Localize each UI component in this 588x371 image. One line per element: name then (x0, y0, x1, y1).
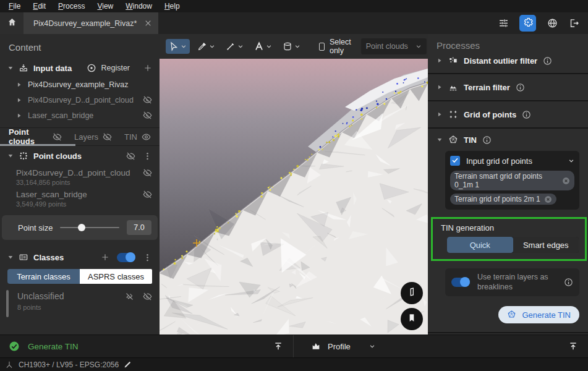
point-cloud-item[interactable]: Laser_scan_bridge 3,549,499 points (0, 187, 160, 209)
select-only-control[interactable]: Select only (319, 38, 354, 55)
visibility-off-icon[interactable] (53, 132, 62, 142)
point-clouds-header-label: Point clouds (33, 151, 82, 161)
expand-triangle-icon[interactable] (437, 58, 443, 64)
collapse-triangle-icon[interactable] (7, 65, 14, 71)
terrain-3d-render[interactable] (160, 59, 428, 335)
visibility-off-icon[interactable] (143, 292, 152, 301)
chevron-down-icon[interactable] (369, 343, 375, 349)
collapse-triangle-icon[interactable] (7, 153, 14, 159)
collapse-triangle-icon[interactable] (7, 254, 14, 260)
tab-layers[interactable]: Layers (74, 132, 112, 142)
chevron-down-icon[interactable] (568, 158, 574, 164)
classes-section-header[interactable]: Classes (0, 247, 160, 267)
view-cube-button[interactable] (401, 282, 423, 304)
remove-chip-icon[interactable] (562, 177, 570, 185)
register-button[interactable]: Register (87, 63, 130, 73)
close-tab-icon[interactable] (144, 19, 152, 27)
expand-triangle-icon[interactable] (16, 97, 22, 103)
chevron-down-icon[interactable] (209, 43, 215, 49)
visibility-off-icon[interactable] (126, 151, 135, 161)
point-cloud-item[interactable]: Pix4Dsurvey_D..d_point_cloud 33,164,856 … (0, 166, 160, 187)
menu-process[interactable]: Process (54, 1, 93, 12)
chevron-down-icon[interactable] (181, 43, 187, 49)
info-icon[interactable] (516, 83, 525, 92)
info-icon[interactable] (564, 278, 573, 287)
add-class-icon[interactable] (101, 253, 109, 262)
grid-chip[interactable]: Terrain grid of points 2m 1 (450, 194, 556, 205)
input-grid-checkbox[interactable] (450, 156, 460, 166)
visibility-off-icon[interactable] (143, 95, 152, 104)
tree-item[interactable]: Pix4Dsurvey_example_Rivaz (0, 77, 160, 92)
tune-settings-icon[interactable] (498, 18, 509, 29)
menu-file[interactable]: File (5, 1, 29, 12)
point-clouds-section-header[interactable]: Point clouds (0, 146, 160, 166)
globe-icon[interactable] (547, 18, 558, 29)
input-data-row[interactable]: Input data Register (0, 59, 160, 77)
visibility-off-icon[interactable] (143, 190, 152, 199)
add-input-data-icon[interactable] (143, 64, 152, 72)
visibility-off-icon[interactable] (103, 132, 112, 142)
processing-options-button[interactable] (519, 15, 536, 32)
tree-item[interactable]: Pix4Dsurvey_D..d_point_cloud (0, 92, 160, 108)
viewport-3d[interactable]: Select only Point clouds (160, 34, 428, 335)
home-button[interactable] (0, 12, 23, 34)
grid-chip[interactable]: Terrain smart grid of points 0_1m 1 (450, 171, 574, 190)
picker-tool[interactable] (194, 39, 218, 54)
remove-chip-icon[interactable] (544, 195, 552, 203)
more-options-icon[interactable] (143, 151, 152, 161)
collapse-triangle-icon[interactable] (437, 137, 443, 143)
edit-crs-icon[interactable] (124, 360, 132, 369)
expand-triangle-icon[interactable] (437, 84, 443, 90)
process-row-terrain-filter[interactable]: Terrain filter (428, 74, 588, 100)
process-row-distant-outlier-filter[interactable]: Distant outlier filter (428, 56, 588, 73)
mode-quick[interactable]: Quick (447, 237, 513, 253)
tab-tin[interactable]: TIN (124, 132, 151, 142)
generate-tin-button[interactable]: Generate TIN (498, 306, 579, 323)
tab-point-clouds[interactable]: Point clouds (9, 127, 62, 146)
menu-window[interactable]: Window (122, 1, 161, 12)
expand-triangle-icon[interactable] (16, 82, 22, 88)
export-icon[interactable] (568, 18, 579, 29)
visibility-off-icon[interactable] (143, 111, 152, 120)
select-only-checkbox[interactable] (319, 43, 325, 51)
bookmark-view-button[interactable] (401, 308, 423, 330)
project-tab[interactable]: Pix4Dsurvey_example_Rivaz* (23, 12, 158, 34)
info-icon[interactable] (543, 56, 552, 66)
expand-triangle-icon[interactable] (16, 113, 22, 119)
tab-layers-label: Layers (74, 132, 98, 142)
menu-view[interactable]: View (93, 1, 122, 12)
menu-edit[interactable]: Edit (29, 1, 54, 12)
selection-target-dropdown[interactable]: Point clouds (361, 38, 427, 54)
class-item-unclassified[interactable]: Unclassified 8 points (0, 284, 160, 311)
visibility-off-icon[interactable] (143, 168, 152, 177)
classes-toggle[interactable] (117, 253, 135, 262)
draw-line-tool[interactable] (223, 39, 247, 54)
breaklines-toggle[interactable] (451, 278, 470, 287)
paint-off-icon[interactable] (125, 292, 134, 301)
collapse-panel-icon[interactable] (273, 341, 283, 351)
tab-asprs-classes[interactable]: ASPRS classes (80, 269, 152, 284)
point-size-slider[interactable] (60, 223, 119, 232)
select-tool[interactable] (166, 39, 190, 54)
profile-bar[interactable]: Profile (294, 335, 588, 357)
slider-thumb[interactable] (78, 224, 85, 231)
info-icon[interactable] (522, 110, 531, 119)
annotation-tool[interactable] (251, 39, 275, 54)
chevron-down-icon[interactable] (266, 43, 272, 49)
expand-triangle-icon[interactable] (437, 111, 443, 117)
info-icon[interactable] (482, 135, 492, 145)
tree-item[interactable]: Laser_scan_bridge (0, 108, 160, 123)
more-options-icon[interactable] (143, 253, 152, 262)
mode-smart-edges[interactable]: Smart edges (513, 237, 579, 253)
collapse-panel-icon[interactable] (568, 341, 578, 351)
volume-tool[interactable] (279, 39, 304, 54)
tab-terrain-classes[interactable]: Terrain classes (7, 269, 80, 284)
visibility-on-icon[interactable] (142, 132, 151, 142)
chevron-down-icon[interactable] (294, 43, 300, 49)
tin-header[interactable]: TIN (437, 135, 579, 145)
generate-tin-status[interactable]: Generate TIN (0, 335, 294, 357)
chevron-down-icon[interactable] (237, 43, 244, 49)
process-row-grid-of-points[interactable]: Grid of points (428, 101, 588, 127)
menu-help[interactable]: Help (161, 1, 189, 12)
classes-scrollbar[interactable] (6, 290, 9, 317)
